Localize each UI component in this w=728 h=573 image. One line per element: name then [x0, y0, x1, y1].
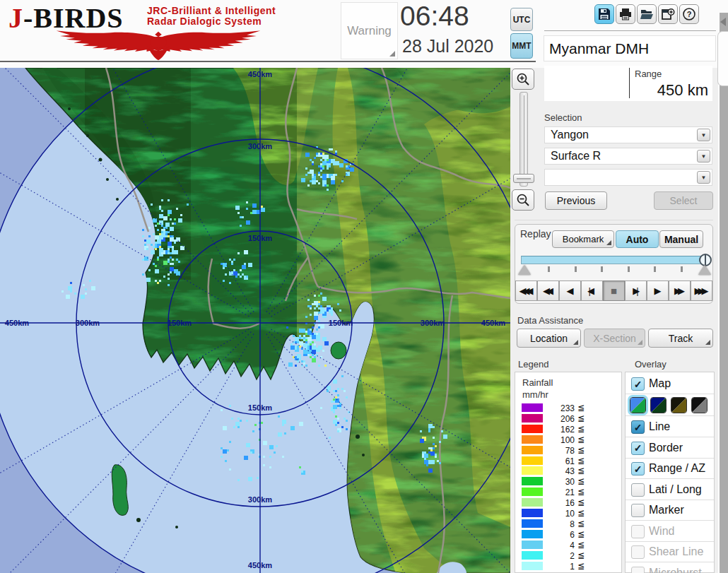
replay-range-start-marker[interactable] — [518, 265, 531, 275]
legend-row: 21≦ — [515, 488, 623, 497]
stop-icon: ■ — [611, 285, 617, 297]
legend-title: Rainfall — [522, 377, 553, 388]
legend-value: 8 — [546, 519, 575, 529]
checkbox[interactable]: ✓ — [631, 377, 645, 391]
location-label: Location — [530, 333, 568, 344]
new-window-button[interactable] — [658, 4, 678, 24]
legend-value: 1 — [546, 562, 575, 572]
option-dropdown[interactable]: ▼ — [544, 169, 712, 186]
map-zoom-slider-handle[interactable] — [513, 174, 534, 183]
open-file-button[interactable] — [637, 4, 657, 24]
legend-value: 61 — [546, 456, 575, 466]
map-theme-swatch-2[interactable] — [650, 397, 667, 413]
chevron-down-icon[interactable]: ▼ — [697, 129, 710, 141]
panel-collapse-tab[interactable] — [717, 31, 728, 86]
legend-lte-operator: ≦ — [577, 529, 585, 539]
checkbox[interactable] — [631, 545, 645, 559]
map-theme-swatch-4[interactable] — [691, 397, 708, 413]
replay-manual-button[interactable]: Manual — [659, 230, 703, 248]
replay-auto-button[interactable]: Auto — [616, 230, 659, 248]
rewind-fast-button[interactable]: ◀◀◀ — [515, 280, 537, 301]
overlay-item-map[interactable]: ✓Map — [626, 374, 714, 394]
chevron-down-icon[interactable]: ▼ — [697, 171, 710, 184]
overlay-item-marker[interactable]: Marker — [626, 500, 714, 521]
legend-value: 2 — [546, 551, 575, 561]
replay-range-end-marker[interactable] — [698, 265, 711, 275]
ring-label: 450km — [481, 319, 505, 327]
station-name-field[interactable]: Myanmar DMH — [544, 35, 716, 61]
previous-button[interactable]: Previous — [545, 191, 607, 210]
location-button[interactable]: Location — [517, 329, 581, 348]
timezone-mmt-button[interactable]: MMT — [510, 33, 533, 59]
product-dropdown[interactable]: Surface R ▼ — [544, 148, 712, 165]
legend-row: 4≦ — [515, 540, 623, 550]
step-first-button[interactable]: |◀ — [581, 280, 603, 301]
legend-lte-operator: ≦ — [577, 476, 585, 486]
map-zoom-in-button[interactable] — [512, 69, 534, 90]
overlay-item-border[interactable]: ✓Border — [626, 438, 714, 459]
replay-slider-track[interactable] — [521, 256, 710, 264]
save-icon — [597, 7, 611, 21]
legend-swatch — [522, 414, 543, 423]
forward-button[interactable]: ▶▶ — [669, 280, 691, 301]
slider-tick — [681, 266, 683, 272]
step-last-icon: ▶| — [633, 285, 638, 296]
legend-lte-operator: ≦ — [577, 413, 585, 423]
collapse-arrow-icon[interactable] — [720, 18, 726, 26]
help-button[interactable]: ? — [679, 4, 699, 24]
checkbox[interactable]: ✓ — [631, 442, 645, 455]
print-button[interactable] — [616, 4, 635, 24]
station-dropdown[interactable]: Yangon ▼ — [544, 126, 712, 143]
chevron-down-icon[interactable]: ▼ — [697, 150, 710, 163]
checkbox[interactable] — [631, 483, 645, 497]
overlay-item-lati-long[interactable]: Lati / Long — [626, 480, 714, 500]
overlay-item-wind[interactable]: Wind — [626, 521, 714, 542]
stop-button[interactable]: ■ — [603, 280, 625, 301]
checkbox[interactable] — [631, 525, 645, 538]
map-theme-swatch-1[interactable] — [630, 397, 646, 413]
overlay-item-microburst[interactable]: Microburst — [626, 563, 714, 573]
map-zoom-slider-track[interactable] — [519, 92, 528, 187]
logo-tagline: JRC-Brilliant & Intelligent Radar Dialog… — [147, 6, 276, 27]
select-button[interactable]: Select — [654, 191, 713, 210]
legend-swatch — [522, 425, 543, 433]
svg-text:?: ? — [687, 10, 692, 18]
checkbox[interactable]: ✓ — [631, 420, 645, 434]
legend-swatch — [522, 519, 543, 528]
legend-value: 78 — [546, 446, 575, 456]
legend-value: 21 — [546, 488, 575, 497]
step-last-button[interactable]: ▶| — [625, 280, 647, 301]
overlay-item-shear-line[interactable]: Shear Line — [626, 542, 714, 562]
radar-map[interactable]: 150km150km150km150km300km300km300km300km… — [0, 68, 510, 573]
forward-fast-button[interactable]: ▶▶▶ — [691, 280, 712, 301]
legend-value: 233 — [546, 403, 575, 413]
map-theme-swatch-3[interactable] — [671, 397, 687, 413]
checkbox[interactable] — [631, 504, 645, 517]
eagle-logo-icon — [6, 30, 311, 61]
legend-row: 61≦ — [515, 456, 623, 466]
play-reverse-button[interactable]: ◀ — [559, 280, 581, 301]
checkbox[interactable]: ✓ — [631, 462, 645, 475]
checkbox[interactable] — [631, 567, 645, 573]
x-section-button[interactable]: X-Section — [584, 329, 645, 348]
rewind-button[interactable]: ◀◀ — [537, 280, 559, 301]
range-value: 450 km — [622, 81, 708, 100]
legend-value: 162 — [546, 425, 575, 435]
forward-fast-icon: ▶▶▶ — [695, 285, 709, 296]
legend-row: 162≦ — [515, 425, 623, 434]
timezone-utc-button[interactable]: UTC — [510, 8, 533, 31]
overlay-item-line[interactable]: ✓Line — [626, 417, 714, 437]
legend-lte-operator: ≦ — [577, 424, 585, 434]
panel-scroll-strip[interactable] — [718, 13, 728, 573]
rewind-fast-icon: ◀◀◀ — [519, 285, 534, 296]
map-zoom-out-button[interactable] — [512, 189, 534, 211]
bookmark-button[interactable]: Bookmark — [552, 230, 614, 248]
ring-label: 150km — [168, 319, 192, 327]
overlay-item-range-az[interactable]: ✓Range / AZ — [626, 459, 714, 479]
legend-row: 10≦ — [515, 509, 623, 518]
warning-button[interactable]: Warning — [341, 2, 398, 59]
track-button[interactable]: Track — [648, 329, 713, 348]
play-button[interactable]: ▶ — [647, 280, 669, 301]
save-button[interactable] — [594, 4, 614, 24]
legend-swatch — [522, 477, 543, 485]
